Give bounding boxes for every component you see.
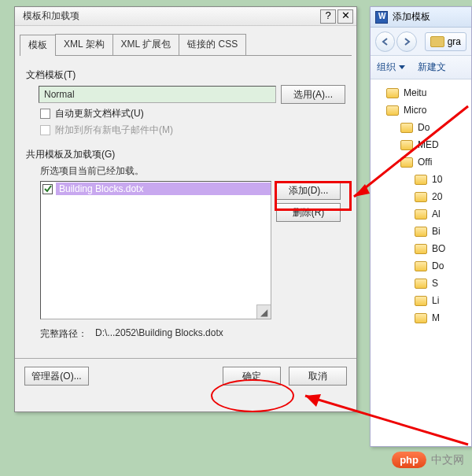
add-template-title: 添加模板 <box>393 10 430 24</box>
list-item-label: Building Blocks.dotx <box>56 183 271 195</box>
folder-icon <box>415 209 427 220</box>
add-template-dialog: 添加模板 gra 组织 新建文 MeituMicroDoMEDOffi1020A… <box>370 6 472 447</box>
tree-item[interactable]: Offi <box>400 153 468 171</box>
tree-item[interactable]: Do <box>400 119 468 136</box>
word-icon <box>375 11 388 24</box>
breadcrumb-label: gra <box>448 36 461 47</box>
folder-icon <box>400 123 413 133</box>
watermark: php 中文网 <box>392 452 464 468</box>
tree-item-label: Micro <box>404 105 426 116</box>
tree-item-label: Offi <box>418 157 432 168</box>
tab-strip: 模板 XML 架构 XML 扩展包 链接的 CSS <box>20 34 352 56</box>
tree-item-label: Li <box>432 295 439 306</box>
new-folder-button[interactable]: 新建文 <box>418 61 446 74</box>
tree-item-label: 10 <box>432 174 442 185</box>
scroll-handle-icon[interactable]: ◢ <box>256 304 271 319</box>
toolbar: 组织 新建文 <box>371 56 471 79</box>
tree-item[interactable]: Al <box>415 205 468 223</box>
tree-item-label: MED <box>418 139 439 150</box>
ok-button[interactable]: 确定 <box>223 367 281 386</box>
shared-templates-label: 共用模板及加载项(G) <box>26 148 345 161</box>
folder-icon <box>415 313 427 323</box>
folder-icon <box>415 296 427 306</box>
folder-icon <box>430 36 444 47</box>
tree-item[interactable]: S <box>415 275 468 292</box>
checkbox-icon <box>40 125 50 135</box>
tree-item[interactable]: Li <box>415 292 468 309</box>
attach-mail-label: 附加到所有新电子邮件中(M) <box>55 124 173 137</box>
folder-icon <box>415 227 427 237</box>
templates-addins-dialog: 模板和加载项 ? ✕ 模板 XML 架构 XML 扩展包 链接的 CSS 文档模… <box>14 6 357 412</box>
full-path-value: D:\...2052\Building Blocks.dotx <box>95 327 223 341</box>
tree-item-label: Bi <box>432 226 441 237</box>
forward-button[interactable] <box>396 31 416 52</box>
tree-item-label: Meitu <box>404 87 426 98</box>
folder-icon <box>400 157 413 168</box>
folder-icon <box>386 105 399 116</box>
tree-item-label: M <box>432 312 440 323</box>
full-path-label: 完整路径： <box>40 327 87 341</box>
tab-xml-schema[interactable]: XML 架构 <box>55 34 113 55</box>
tree-item-label: 20 <box>432 191 442 202</box>
remove-button[interactable]: 删除(R) <box>276 203 341 222</box>
doc-template-input[interactable] <box>39 86 276 103</box>
tree-item-label: Do <box>418 122 430 133</box>
shared-sublabel: 所选项目当前已经加载。 <box>40 164 345 178</box>
chevron-down-icon <box>399 65 405 69</box>
folder-icon <box>386 88 399 98</box>
folder-icon <box>415 244 427 254</box>
back-button[interactable] <box>375 31 395 52</box>
organize-menu[interactable]: 组织 <box>377 61 405 74</box>
tree-item-label: Al <box>432 208 441 220</box>
tree-item[interactable]: MED <box>400 136 468 153</box>
arrow-left-icon <box>381 37 390 46</box>
arrow-right-icon <box>402 37 411 46</box>
tree-item-label: BO <box>432 243 445 254</box>
folder-icon <box>415 279 427 289</box>
tab-templates[interactable]: 模板 <box>20 35 56 56</box>
tree-item[interactable]: 10 <box>415 171 468 188</box>
list-item[interactable]: Building Blocks.dotx <box>41 182 271 196</box>
attach-mail-checkbox-row: 附加到所有新电子邮件中(M) <box>40 124 345 137</box>
tree-item[interactable]: Micro <box>386 101 468 119</box>
help-button[interactable]: ? <box>320 9 336 24</box>
watermark-badge: php <box>392 452 426 468</box>
folder-icon <box>400 140 413 150</box>
tree-item[interactable]: 20 <box>415 188 468 205</box>
checked-icon[interactable] <box>42 184 53 194</box>
checkbox-icon <box>40 109 50 119</box>
dialog-button-bar: 管理器(O)... 确定 取消 <box>15 358 356 393</box>
folder-icon <box>415 261 427 271</box>
shared-templates-listbox[interactable]: Building Blocks.dotx ◢ <box>40 181 271 319</box>
cancel-button[interactable]: 取消 <box>289 367 347 386</box>
tree-item[interactable]: BO <box>415 240 468 257</box>
tree-item[interactable]: Meitu <box>386 84 468 101</box>
tab-linked-css[interactable]: 链接的 CSS <box>179 34 246 55</box>
select-template-button[interactable]: 选用(A)... <box>281 85 345 104</box>
close-button[interactable]: ✕ <box>337 9 353 24</box>
breadcrumb[interactable]: gra <box>425 32 466 51</box>
add-button[interactable]: 添加(D)... <box>276 181 341 200</box>
tree-item[interactable]: M <box>415 309 468 327</box>
tree-item[interactable]: Do <box>415 257 468 275</box>
folder-icon <box>415 175 427 185</box>
folder-icon <box>415 192 427 202</box>
nav-bar: gra <box>371 28 471 56</box>
auto-update-checkbox-row[interactable]: 自动更新文档样式(U) <box>40 107 345 120</box>
auto-update-label: 自动更新文档样式(U) <box>55 107 144 120</box>
dialog-title: 模板和加载项 <box>18 9 319 23</box>
doc-template-label: 文档模板(T) <box>26 68 345 82</box>
add-template-titlebar[interactable]: 添加模板 <box>371 7 471 28</box>
watermark-text: 中文网 <box>431 453 464 467</box>
dialog-content: 文档模板(T) 选用(A)... 自动更新文档样式(U) 附加到所有新电子邮件中… <box>15 56 356 347</box>
tree-item-label: Do <box>432 260 444 271</box>
tree-item-label: S <box>432 278 438 289</box>
tree-item[interactable]: Bi <box>415 223 468 240</box>
folder-tree[interactable]: MeituMicroDoMEDOffi1020AlBiBODoSLiM <box>371 79 471 330</box>
dialog-titlebar[interactable]: 模板和加载项 ? ✕ <box>15 7 356 26</box>
manager-button[interactable]: 管理器(O)... <box>24 367 89 386</box>
tab-xml-expansion[interactable]: XML 扩展包 <box>112 34 180 55</box>
